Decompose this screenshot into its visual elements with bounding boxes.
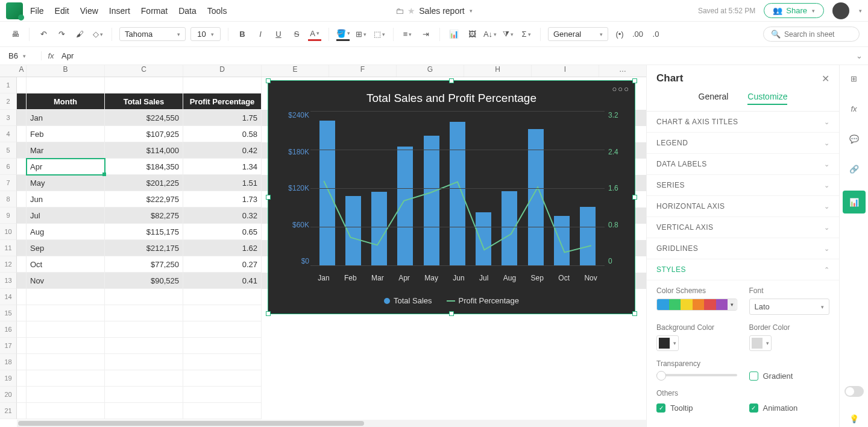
bg-color-picker[interactable]: ▾ (656, 335, 679, 351)
section-gridlines[interactable]: GRIDLINES⌄ (647, 238, 839, 259)
cell-reference[interactable]: B6▾ (0, 51, 41, 60)
chart-object[interactable]: ○○○ Total Sales and Profit Percentage $2… (268, 80, 635, 314)
menu-tools[interactable]: Tools (207, 6, 227, 16)
border-color-picker[interactable]: ▾ (749, 335, 772, 351)
star-icon[interactable]: ★ (407, 6, 415, 16)
font-select[interactable]: Lato▾ (749, 299, 830, 315)
menu-insert[interactable]: Insert (109, 6, 130, 16)
pivot-icon[interactable]: ⊞ (846, 70, 863, 87)
align-icon[interactable]: ≡▾ (401, 28, 414, 41)
fill-color-icon[interactable]: 🪣▾ (336, 28, 350, 41)
tooltip-checkbox[interactable]: ✓ (656, 403, 665, 413)
merge-icon[interactable]: ⬚▾ (373, 28, 386, 41)
tab-customize[interactable]: Customize (747, 92, 787, 105)
search-sheet[interactable]: 🔍 (763, 27, 860, 42)
section-vertical-axis[interactable]: VERTICAL AXIS⌄ (647, 217, 839, 238)
chevron-down-icon[interactable]: ▾ (859, 8, 862, 14)
chart-icon[interactable]: 📊 (447, 28, 461, 41)
bulb-icon[interactable]: 💡 (846, 410, 863, 427)
menu-view[interactable]: View (80, 6, 98, 16)
doc-name[interactable]: Sales report (419, 6, 464, 16)
menu-edit[interactable]: Edit (55, 6, 69, 16)
underline-icon[interactable]: U (272, 28, 285, 41)
image-icon[interactable]: 🖼 (465, 28, 479, 41)
menu-format[interactable]: Format (141, 6, 168, 16)
share-button[interactable]: 👥 Share ▾ (764, 3, 824, 18)
comment-icon[interactable]: 💬 (846, 130, 863, 147)
section-series[interactable]: SERIES⌄ (647, 175, 839, 196)
styles-body: Color Schemes ▾ Font Lato▾ Background Co… (647, 280, 839, 427)
transparency-slider[interactable] (656, 374, 737, 376)
borders-icon[interactable]: ⊞▾ (354, 28, 368, 41)
italic-icon[interactable]: I (254, 28, 267, 41)
col-header[interactable]: A (17, 65, 27, 77)
legend-label: Profit Percentage (459, 296, 519, 305)
share-link-icon[interactable]: 🔗 (846, 160, 863, 177)
label-transparency: Transparency (656, 359, 737, 368)
resize-handle[interactable] (266, 78, 271, 83)
resize-handle[interactable] (632, 195, 637, 200)
animation-checkbox[interactable]: ✓ (749, 403, 758, 413)
undo-icon[interactable]: ↶ (37, 28, 50, 41)
section-styles[interactable]: STYLES⌃ (647, 259, 839, 280)
resize-handle[interactable] (632, 78, 637, 83)
wrap-icon[interactable]: ⇥ (419, 28, 432, 41)
print-icon[interactable]: 🖶 (8, 28, 22, 41)
resize-handle[interactable] (632, 311, 637, 316)
decimals-inc-icon[interactable]: .0 (649, 28, 662, 41)
chevron-down-icon: ⌄ (824, 245, 830, 253)
gradient-checkbox[interactable] (749, 372, 758, 381)
search-input[interactable] (784, 30, 852, 39)
sigma-icon[interactable]: Σ▾ (520, 28, 533, 41)
tab-general[interactable]: General (699, 92, 729, 105)
font-select[interactable]: Tahoma▾ (119, 27, 186, 41)
section-chart-axis-titles[interactable]: CHART & AXIS TITLES⌄ (647, 112, 839, 133)
section-legend[interactable]: LEGEND⌄ (647, 133, 839, 154)
strike-icon[interactable]: S (290, 28, 303, 41)
menu-data[interactable]: Data (178, 6, 197, 16)
chart-panel-icon[interactable]: 📊 (843, 191, 866, 214)
parens-icon[interactable]: (•) (613, 28, 626, 41)
resize-handle[interactable] (449, 78, 454, 83)
number-format-select[interactable]: General▾ (548, 27, 608, 41)
document-title: 🗀 ★ Sales report ▾ (395, 6, 472, 16)
section-horizontal-axis[interactable]: HORIZONTAL AXIS⌄ (647, 196, 839, 217)
clear-format-icon[interactable]: ◇▾ (91, 28, 104, 41)
legend-marker-icon (384, 298, 390, 304)
sort-icon[interactable]: A↓▾ (483, 28, 497, 41)
decimals-dec-icon[interactable]: .00 (631, 28, 644, 41)
folder-icon[interactable]: 🗀 (395, 6, 404, 16)
share-icon: 👥 (773, 6, 782, 15)
close-icon[interactable]: ✕ (822, 73, 829, 84)
dark-toggle[interactable] (844, 386, 864, 397)
filter-icon[interactable]: ⧩▾ (502, 28, 515, 41)
resize-handle[interactable] (266, 195, 271, 200)
col-header[interactable]: H (464, 65, 532, 77)
chevron-down-icon[interactable]: ▾ (470, 8, 473, 14)
col-header[interactable]: G (397, 65, 464, 77)
col-header[interactable]: E (262, 65, 329, 77)
font-size-select[interactable]: 10▾ (190, 27, 221, 41)
col-header[interactable]: F (329, 65, 397, 77)
col-header[interactable]: I (532, 65, 599, 77)
col-header[interactable]: C (105, 65, 183, 77)
menu-file[interactable]: File (30, 6, 44, 16)
fx-icon[interactable]: fx (41, 51, 55, 60)
text-color-icon[interactable]: A▾ (308, 28, 321, 41)
col-header[interactable]: D (183, 65, 262, 77)
formula-input[interactable]: Apr (55, 51, 856, 60)
expand-formula-icon[interactable]: ⌄ (856, 51, 868, 60)
redo-icon[interactable]: ↷ (55, 28, 68, 41)
paint-format-icon[interactable]: 🖌 (73, 28, 86, 41)
fx-icon[interactable]: fx (846, 100, 863, 117)
chart-menu-icon[interactable]: ○○○ (612, 84, 630, 93)
horizontal-scrollbar[interactable] (17, 420, 646, 427)
section-data-labels[interactable]: DATA LABELS⌄ (647, 154, 839, 175)
color-scheme-picker[interactable]: ▾ (656, 299, 737, 311)
resize-handle[interactable] (266, 311, 271, 316)
col-header[interactable]: B (27, 65, 105, 77)
spreadsheet[interactable]: A B C D E F G H I … 12MonthTotal SalesPr… (0, 65, 646, 427)
resize-handle[interactable] (449, 311, 454, 316)
avatar[interactable] (832, 2, 849, 19)
bold-icon[interactable]: B (236, 28, 249, 41)
